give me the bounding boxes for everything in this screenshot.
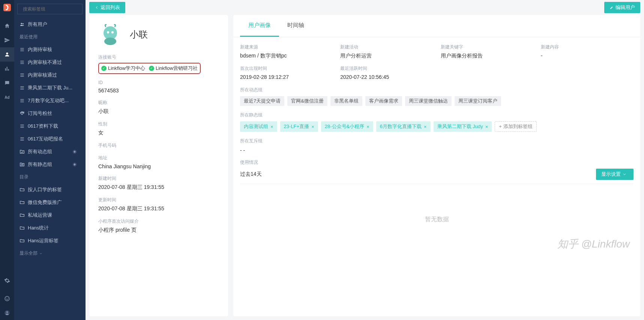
profile-field: ID5674583 bbox=[98, 80, 219, 94]
back-button[interactable]: 返回列表 bbox=[89, 2, 125, 13]
sidebar-all-static[interactable]: 所有静态组 bbox=[14, 158, 86, 171]
rail-send-icon[interactable] bbox=[0, 33, 14, 47]
field-value: 小程序 profile 页 bbox=[98, 227, 219, 234]
sidebar-item-label: 私域运营课 bbox=[28, 212, 52, 219]
sidebar-item-label: 内测待审核 bbox=[28, 46, 52, 53]
sidebar-show-all-label: 显示全部 bbox=[20, 250, 38, 257]
sidebar-all-users-label: 所有用户 bbox=[28, 21, 47, 28]
list-icon bbox=[20, 124, 25, 129]
field-label: 小程序首次访问媒介 bbox=[98, 218, 219, 225]
svg-point-13 bbox=[111, 31, 114, 33]
list-icon bbox=[20, 72, 25, 78]
remove-tag-icon[interactable]: × bbox=[270, 124, 273, 130]
refresh-icon bbox=[20, 111, 25, 116]
remove-tag-icon[interactable]: × bbox=[311, 124, 314, 130]
sidebar-show-all[interactable]: 显示全部 bbox=[14, 247, 86, 260]
detail-field: 新建内容- bbox=[541, 44, 633, 59]
sidebar-all-users[interactable]: 所有用户 bbox=[14, 18, 86, 31]
rail-settings-icon[interactable] bbox=[0, 273, 14, 288]
dynamic-group-tag[interactable]: 客户画像需求 bbox=[365, 96, 402, 106]
sidebar-catalog-label: 目录 bbox=[14, 171, 86, 183]
tab-timeline[interactable]: 时间轴 bbox=[279, 15, 312, 37]
static-group-tag[interactable]: 28-公众号&小程序× bbox=[321, 121, 373, 132]
mutex-value: - - bbox=[240, 147, 633, 153]
detail-field: 最近活跃时间2020-07-22 10:56:45 bbox=[340, 65, 433, 80]
profile-card: 小联 连接账号 ✓Linkflow学习中心 ✓Linkflow营销研习社 ID5… bbox=[89, 15, 228, 316]
linked-account-chip[interactable]: ✓Linkflow学习中心 bbox=[101, 65, 145, 72]
field-value: 女 bbox=[98, 130, 219, 136]
plus-circle-icon[interactable] bbox=[72, 149, 77, 154]
remove-tag-icon[interactable]: × bbox=[366, 124, 369, 130]
rail-chat-icon[interactable] bbox=[0, 76, 14, 90]
field-value: 2020-07-08 星期三 19:31:55 bbox=[98, 184, 219, 191]
field-value: 2020-07-22 10:56:45 bbox=[340, 74, 433, 80]
sidebar-folder-item[interactable]: 私域运营课 bbox=[14, 209, 86, 222]
sidebar-recent-item[interactable]: 7月数字化互动吧... bbox=[14, 94, 86, 107]
field-value: bdsem / 数字营销pc bbox=[240, 53, 333, 59]
rail-chart-icon[interactable] bbox=[0, 62, 14, 76]
back-button-label: 返回列表 bbox=[101, 4, 120, 11]
sidebar-folder-item[interactable]: 微信免费版推广 bbox=[14, 196, 86, 209]
list-icon bbox=[20, 98, 25, 103]
remove-tag-icon[interactable]: × bbox=[424, 124, 427, 130]
static-group-tag[interactable]: 乘风第二期下载 Judy× bbox=[434, 121, 492, 132]
edit-user-button-label: 编辑用户 bbox=[615, 4, 635, 11]
dynamic-group-tag[interactable]: 周三课堂订阅客户 bbox=[455, 96, 501, 106]
sidebar-item-label: 按人口学的标签 bbox=[28, 186, 62, 193]
svg-point-7 bbox=[21, 23, 23, 24]
search-input[interactable] bbox=[23, 6, 79, 12]
static-group-tag[interactable]: 23-LF+直播× bbox=[280, 121, 318, 132]
sidebar-all-static-label: 所有静态组 bbox=[28, 161, 52, 168]
show-settings-button[interactable]: 显示设置 bbox=[596, 169, 633, 180]
field-label: 新建活动 bbox=[340, 44, 433, 50]
field-value: 5674583 bbox=[98, 88, 219, 94]
rail-ad-icon[interactable]: Ad bbox=[0, 90, 14, 104]
static-group-tag[interactable]: 内容测试组× bbox=[240, 121, 277, 132]
remove-tag-icon[interactable]: × bbox=[485, 124, 488, 130]
dynamic-group-tag[interactable]: 非黑名单组 bbox=[330, 96, 362, 106]
profile-field: 地址China Jiangsu Nanjing bbox=[98, 155, 219, 169]
sidebar-folder-item[interactable]: Hans运营标签 bbox=[14, 234, 86, 247]
plus-circle-icon[interactable] bbox=[72, 162, 77, 167]
sidebar-recent-item[interactable]: 0617资料下载 bbox=[14, 120, 86, 133]
field-value: 2020-07-08 星期三 19:31:55 bbox=[98, 205, 219, 212]
sidebar-recent-item[interactable]: 内测待审核 bbox=[14, 43, 86, 56]
dynamic-group-tag[interactable]: 官网&微信注册 bbox=[287, 96, 327, 106]
profile-field: 新建时间2020-07-08 星期三 19:31:55 bbox=[98, 175, 219, 191]
usage-period: 过去14天 bbox=[240, 171, 262, 178]
rail-user-icon[interactable] bbox=[0, 47, 14, 62]
watermark: 知乎 @Linkflow bbox=[557, 237, 630, 251]
tab-user-portrait[interactable]: 用户画像 bbox=[240, 15, 279, 37]
show-settings-label: 显示设置 bbox=[601, 171, 621, 178]
dynamic-group-tag[interactable]: 最近7天提交申请 bbox=[240, 96, 284, 106]
linked-account-chip[interactable]: ✓Linkflow营销研习社 bbox=[149, 65, 198, 72]
field-value: 2019-02-28 19:12:27 bbox=[240, 74, 333, 80]
arrow-left-icon bbox=[95, 5, 99, 10]
static-group-tag[interactable]: 6月数字化直播下载× bbox=[376, 121, 431, 132]
rail-help-icon[interactable] bbox=[0, 291, 14, 306]
sidebar-recent-item[interactable]: 0617互动吧报名 bbox=[14, 133, 86, 145]
add-tag-button[interactable]: + 添加到标签组 bbox=[495, 121, 536, 132]
usage-label: 使用情况 bbox=[240, 159, 633, 166]
sidebar-recent-label: 最近使用 bbox=[14, 31, 86, 43]
dynamic-group-tag[interactable]: 周三课堂微信触达 bbox=[405, 96, 452, 106]
list-icon bbox=[20, 136, 25, 142]
detail-field: 首次出现时间2019-02-28 19:12:27 bbox=[240, 65, 333, 80]
sidebar-folder-item[interactable]: 按人口学的标签 bbox=[14, 183, 86, 196]
rail-avatar-icon[interactable] bbox=[0, 306, 14, 320]
sidebar-recent-item[interactable]: 内测审核通过 bbox=[14, 69, 86, 82]
field-value: China Jiangsu Nanjing bbox=[98, 163, 219, 169]
search-box[interactable] bbox=[17, 4, 83, 14]
sidebar-recent-item[interactable]: 乘风第二期下载 Ju... bbox=[14, 82, 86, 94]
folder-icon bbox=[20, 200, 25, 205]
sidebar-all-dynamic[interactable]: 所有动态组 bbox=[14, 145, 86, 158]
sidebar-recent-item[interactable]: 内测审核不通过 bbox=[14, 56, 86, 69]
rail-home-icon[interactable] bbox=[0, 19, 14, 33]
svg-point-14 bbox=[104, 38, 116, 45]
edit-user-button[interactable]: 编辑用户 bbox=[604, 2, 640, 13]
profile-field: 小程序首次访问媒介小程序 profile 页 bbox=[98, 218, 219, 234]
dynamic-group-label: 所在动态组 bbox=[240, 87, 633, 93]
sidebar-folder-item[interactable]: Hans统计 bbox=[14, 222, 86, 234]
app-logo bbox=[3, 3, 12, 12]
sidebar-recent-item[interactable]: 订阅号粉丝 bbox=[14, 107, 86, 120]
